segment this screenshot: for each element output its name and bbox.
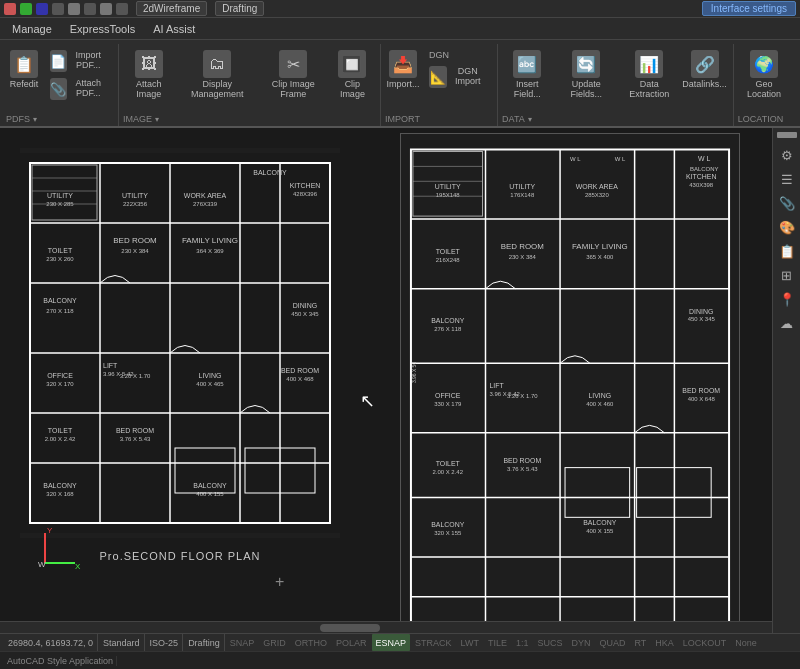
data-extraction-label: Data Extraction [624, 80, 674, 100]
dyn-btn[interactable]: DYN [567, 634, 594, 651]
import-icon: 📥 [389, 50, 417, 78]
toolbar-properties-btn[interactable]: 📋 [776, 240, 798, 262]
app-icon2 [20, 3, 32, 15]
standard-display: Standard [99, 634, 145, 651]
ribbon-btn-import[interactable]: 📥 Import... [385, 48, 421, 92]
sucs-btn[interactable]: SUCS [533, 634, 566, 651]
quad-btn[interactable]: QUAD [595, 634, 629, 651]
menu-aiassist[interactable]: AI Assist [145, 21, 203, 37]
ribbon-btn-datalinks[interactable]: 🔗 Datalinks... [682, 48, 726, 92]
import-label: Import... [387, 80, 420, 90]
toolbar-settings-btn[interactable]: ⚙ [776, 144, 798, 166]
menu-expresstools[interactable]: ExpressTools [62, 21, 143, 37]
svg-text:BED ROOM: BED ROOM [682, 387, 720, 394]
ribbon-btn-geo-location[interactable]: 🌍 Geo Location [738, 48, 790, 102]
ribbon-btn-dgn-import[interactable]: 📐 DGN Import [425, 64, 491, 90]
svg-text:BED ROOM: BED ROOM [501, 242, 544, 251]
svg-text:270 X 118: 270 X 118 [46, 308, 74, 314]
none-btn[interactable]: None [731, 634, 761, 651]
ribbon-btn-insert-field[interactable]: 🔤 Insert Field... [502, 48, 553, 102]
svg-text:W L: W L [615, 156, 626, 162]
svg-text:285X320: 285X320 [585, 192, 610, 198]
app-icon6 [84, 3, 96, 15]
lockout-btn[interactable]: LOCKOUT [679, 634, 731, 651]
ribbon-btn-refedit[interactable]: 📋 Refedit [6, 48, 42, 92]
wireframe-dropdown[interactable]: 2dWireframe [136, 1, 207, 16]
menu-manage[interactable]: Manage [4, 21, 60, 37]
svg-text:2.00 X 2.42: 2.00 X 2.42 [432, 469, 463, 475]
attach-pdf-icon: 📎 [50, 78, 67, 100]
clip-image-label: Clip Image [335, 80, 370, 100]
snap-btn[interactable]: SNAP [226, 634, 259, 651]
svg-text:276X339: 276X339 [193, 201, 218, 207]
toolbar-cloud-btn[interactable]: ☁ [776, 312, 798, 334]
dgn-import-label: DGN Import [449, 67, 487, 87]
svg-text:WORK AREA: WORK AREA [184, 192, 227, 199]
ribbon-btn-data-extraction[interactable]: 📊 Data Extraction [620, 48, 678, 102]
hka-btn[interactable]: HKA [651, 634, 678, 651]
ribbon-btn-clip-image[interactable]: 🔲 Clip Image [331, 48, 374, 102]
mode-display: Drafting [184, 634, 225, 651]
ribbon-btn-clip-frame[interactable]: ✂ Clip Image Frame [260, 48, 327, 102]
toolbar-location-btn[interactable]: 📍 [776, 288, 798, 310]
svg-text:3.76 X 5.43: 3.76 X 5.43 [120, 436, 151, 442]
svg-text:LIFT: LIFT [103, 362, 118, 369]
status-bar: 26980.4, 61693.72, 0 Standard ISO-25 Dra… [0, 633, 800, 651]
toolbar-layers-btn[interactable]: ☰ [776, 168, 798, 190]
add-viewport-icon: + [275, 573, 284, 591]
strack-btn[interactable]: STRACK [411, 634, 456, 651]
drafting-dropdown[interactable]: Drafting [215, 1, 264, 16]
svg-text:450 X 345: 450 X 345 [688, 316, 716, 322]
attach-image-label: Attach Image [127, 80, 171, 100]
ribbon-btn-display-mgmt[interactable]: 🗂 Display Management [179, 48, 256, 102]
ribbon-btn-attach-image[interactable]: 🖼 Attach Image [123, 48, 175, 102]
svg-text:330 X 179: 330 X 179 [434, 401, 462, 407]
scale-btn[interactable]: 1:1 [512, 634, 533, 651]
update-fields-icon: 🔄 [572, 50, 600, 78]
clip-frame-icon: ✂ [279, 50, 307, 78]
svg-text:FAMILY LIVING: FAMILY LIVING [572, 242, 628, 251]
ribbon-group-data-label[interactable]: DATA ▾ [502, 112, 532, 126]
svg-text:3.76 X 5.43: 3.76 X 5.43 [507, 466, 538, 472]
ribbon-group-image: 🖼 Attach Image 🗂 Display Management ✂ Cl… [121, 44, 381, 126]
data-dropdown-arrow: ▾ [528, 115, 532, 124]
h-scrollbar[interactable] [0, 621, 772, 633]
svg-text:BALCONY: BALCONY [431, 521, 465, 528]
svg-text:BED ROOM: BED ROOM [281, 367, 319, 374]
svg-text:365 X 400: 365 X 400 [586, 254, 614, 260]
svg-text:UTILITY: UTILITY [509, 183, 535, 190]
toolbar-attach-btn[interactable]: 📎 [776, 192, 798, 214]
grid-btn[interactable]: GRID [259, 634, 290, 651]
ortho-btn[interactable]: ORTHO [291, 634, 331, 651]
esnap-btn[interactable]: ESNAP [372, 634, 411, 651]
ribbon-btn-import-pdf[interactable]: 📄 Import PDF... [46, 48, 112, 74]
svg-text:TOILET: TOILET [48, 247, 73, 254]
ribbon-btn-update-fields[interactable]: 🔄 Update Fields... [557, 48, 617, 102]
svg-text:364 X 369: 364 X 369 [196, 248, 224, 254]
right-toolbar: ⚙ ☰ 📎 🎨 📋 ⊞ 📍 ☁ [772, 128, 800, 651]
h-scrollbar-thumb[interactable] [320, 624, 380, 632]
svg-text:3.96 X 50: 3.96 X 50 [412, 362, 417, 384]
svg-text:KITCHEN: KITCHEN [686, 173, 716, 180]
pdfs-dropdown-arrow: ▾ [33, 115, 37, 124]
toolbar-palette-btn[interactable]: 🎨 [776, 216, 798, 238]
datalinks-icon: 🔗 [691, 50, 719, 78]
ribbon-group-pdfs-label[interactable]: PDFS ▾ [6, 112, 37, 126]
rt-btn[interactable]: RT [630, 634, 650, 651]
app-icon3 [36, 3, 48, 15]
lwt-btn[interactable]: LWT [457, 634, 483, 651]
interface-settings-button[interactable]: Interface settings [702, 1, 796, 16]
toolbar-grid-btn[interactable]: ⊞ [776, 264, 798, 286]
update-fields-label: Update Fields... [561, 80, 613, 100]
ribbon-group-image-label[interactable]: IMAGE ▾ [123, 112, 159, 126]
canvas-area[interactable]: N UTILITY 230 X 285 UTILITY 222X356 WORK… [0, 128, 772, 633]
svg-text:W L: W L [698, 155, 710, 162]
ribbon-group-pdfs: 📋 Refedit 📄 Import PDF... 📎 Attach PDF..… [4, 44, 119, 126]
import-pdf-label: Import PDF... [69, 51, 108, 71]
svg-text:BALCONY: BALCONY [583, 519, 617, 526]
svg-text:216X248: 216X248 [436, 257, 461, 263]
polar-btn[interactable]: POLAR [332, 634, 371, 651]
ribbon-btn-attach-pdf[interactable]: 📎 Attach PDF... [46, 76, 112, 102]
tile-btn[interactable]: TILE [484, 634, 511, 651]
app-icon7 [100, 3, 112, 15]
